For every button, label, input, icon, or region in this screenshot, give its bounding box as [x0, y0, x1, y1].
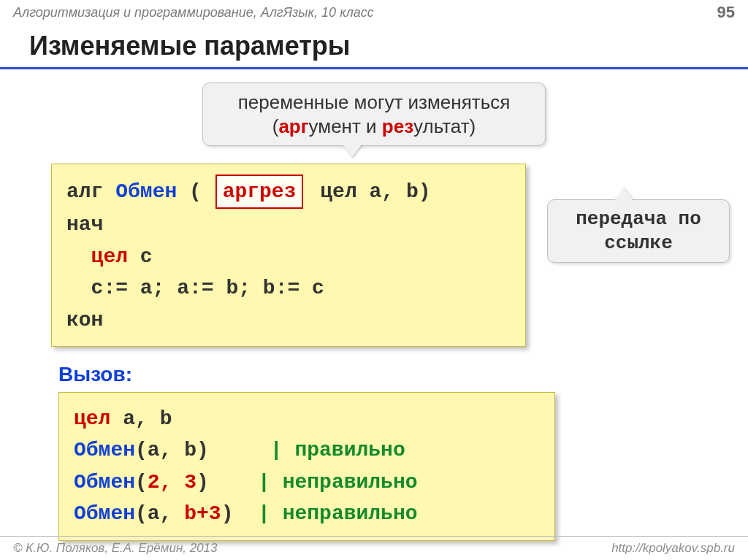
code-block-calls: цел a, b Обмен(a, b) | правильно Обмен(2…	[58, 392, 555, 541]
slide-header: Алгоритмизация и программирование, АлгЯз…	[0, 0, 748, 25]
call-label: Вызов:	[58, 363, 704, 386]
callout-ref-line1: передача по	[565, 207, 711, 231]
highlight-argrez: аргрез	[215, 174, 304, 209]
callout-ref-line2: ссылке	[565, 231, 711, 256]
call-line-3: Обмен(2, 3) | неправильно	[74, 467, 540, 498]
callout-line1: переменные могут изменяться	[221, 91, 527, 115]
call-line-1: цел a, b	[74, 403, 540, 434]
call-line-4: Обмен(a, b+3) | неправильно	[74, 498, 540, 529]
call-line-2: Обмен(a, b) | правильно	[74, 434, 540, 466]
slide-title: Изменяемые параметры	[0, 25, 748, 69]
code-line-1: алг Обмен ( аргрез цел a, b)	[66, 174, 511, 209]
slide-content: переменные могут изменяться (аргумент и …	[0, 83, 748, 541]
subject-line: Алгоритмизация и программирование, АлгЯз…	[13, 5, 374, 20]
code-line-5: кон	[66, 304, 511, 336]
callout-line2: (аргумент и результат)	[221, 115, 527, 139]
footer-url: http://kpolyakov.spb.ru	[611, 541, 735, 556]
footer-copyright: © К.Ю. Поляков, Е.А. Ерёмин, 2013	[13, 541, 218, 556]
code-line-4: c:= a; a:= b; b:= c	[66, 272, 511, 304]
callout-variables: переменные могут изменяться (аргумент и …	[202, 83, 546, 146]
code-line-2: нач	[66, 209, 511, 240]
code-line-3: цел c	[66, 241, 511, 272]
page-number: 95	[717, 3, 735, 22]
slide-footer: © К.Ю. Поляков, Е.А. Ерёмин, 2013 http:/…	[0, 536, 748, 560]
callout-reference: передача по ссылке	[547, 199, 730, 263]
code-block-definition: алг Обмен ( аргрез цел a, b) нач цел c c…	[51, 164, 526, 347]
